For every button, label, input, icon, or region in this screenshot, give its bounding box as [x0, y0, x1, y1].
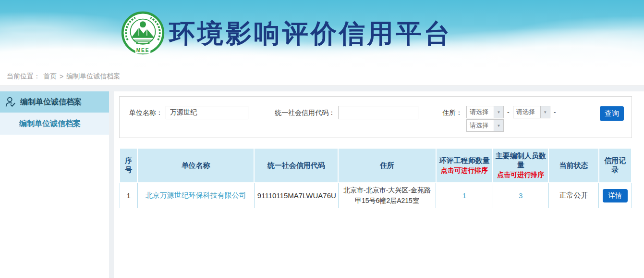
engineer-count-link[interactable]: 1: [462, 191, 466, 200]
breadcrumb: 当前位置： 首页 > 编制单位诚信档案: [0, 67, 644, 86]
unit-name-label: 单位名称：: [129, 106, 163, 119]
header-engineer-count[interactable]: 环评工程师数量 点击可进行排序: [436, 148, 493, 183]
company-link[interactable]: 北京万源世纪环保科技有限公司: [146, 191, 246, 199]
sidebar-subitem-label: 编制单位诚信档案: [19, 119, 81, 129]
credit-code-label: 统一社会信用代码：: [275, 106, 335, 119]
sort-hint: 点击可进行排序: [495, 171, 546, 179]
svg-text:MEE: MEE: [136, 48, 150, 53]
header-status: 当前状态: [548, 148, 598, 183]
search-panel: 单位名称： 统一社会信用代码： 住所： 请选择 ▼ - 请选择 ▼: [119, 96, 632, 138]
address-selects: 请选择 ▼ - 请选择 ▼ - 请选择 ▼: [466, 106, 559, 132]
unit-name-input[interactable]: [166, 106, 248, 119]
header-staff-count-label: 主要编制人员数量: [495, 152, 546, 170]
credit-code-input[interactable]: [338, 106, 418, 119]
query-button[interactable]: 查询: [600, 106, 624, 121]
address-label: 住所：: [442, 106, 462, 119]
table-header-row: 序号 单位名称 统一社会信用代码 住所 环评工程师数量 点击可进行排序 主要编制…: [120, 148, 632, 183]
sidebar: 编制单位诚信档案 编制单位诚信档案: [0, 91, 109, 278]
cell-status: 正常公开: [548, 183, 598, 208]
province-select-value: 请选择: [467, 106, 494, 118]
header-seq: 序号: [120, 148, 137, 183]
sidebar-item-label: 编制单位诚信档案: [20, 97, 82, 107]
sidebar-item-unit-credit-archive[interactable]: 编制单位诚信档案: [0, 91, 109, 113]
cell-seq: 1: [120, 183, 137, 208]
site-title: 环境影响评价信用平台: [169, 16, 452, 51]
district-select-value: 请选择: [467, 120, 494, 131]
breadcrumb-current: 编制单位诚信档案: [66, 72, 120, 81]
district-select[interactable]: 请选择 ▼: [466, 119, 504, 132]
site-header: MEE 环境影响评价信用平台: [0, 0, 644, 67]
sidebar-divider: [109, 91, 114, 278]
header-staff-count[interactable]: 主要编制人员数量 点击可进行排序: [493, 148, 548, 183]
sidebar-subitem-unit-credit-archive[interactable]: 编制单位诚信档案: [0, 113, 109, 135]
header-credit-code: 统一社会信用代码: [254, 148, 338, 183]
province-select[interactable]: 请选择 ▼: [466, 106, 504, 118]
select-separator: -: [507, 106, 510, 118]
staff-count-link[interactable]: 3: [519, 191, 522, 200]
cell-address: 北京市-北京市-大兴区-金苑路甲15号6幢2层A215室: [338, 183, 436, 208]
breadcrumb-separator: >: [60, 73, 63, 80]
cell-credit-code: 91110115MA7LWUA76U: [254, 183, 338, 208]
city-select-value: 请选择: [513, 106, 540, 118]
content-gap: [0, 86, 644, 91]
header-address: 住所: [338, 148, 436, 183]
chevron-down-icon[interactable]: ▼: [494, 106, 503, 118]
mee-logo-icon: MEE: [121, 11, 165, 55]
table-row: 1 北京万源世纪环保科技有限公司 91110115MA7LWUA76U 北京市-…: [120, 183, 632, 208]
header-credit-record: 信用记录: [599, 148, 632, 183]
detail-button[interactable]: 详情: [603, 189, 628, 202]
content: 编制单位诚信档案 编制单位诚信档案 单位名称： 统一社会信用代码： 住所： 请选…: [0, 91, 644, 278]
result-table: 序号 单位名称 统一社会信用代码 住所 环评工程师数量 点击可进行排序 主要编制…: [119, 148, 632, 208]
user-check-icon: [5, 96, 16, 108]
select-separator: -: [554, 106, 556, 118]
header-company: 单位名称: [137, 148, 254, 183]
chevron-down-icon[interactable]: ▼: [494, 120, 503, 131]
city-select[interactable]: 请选择 ▼: [513, 106, 550, 118]
breadcrumb-home-link[interactable]: 首页: [43, 72, 57, 81]
breadcrumb-prefix: 当前位置：: [7, 72, 40, 81]
main-panel: 单位名称： 统一社会信用代码： 住所： 请选择 ▼ - 请选择 ▼: [114, 91, 644, 278]
header-engineer-count-label: 环评工程师数量: [438, 156, 490, 165]
chevron-down-icon[interactable]: ▼: [540, 106, 550, 118]
sort-hint: 点击可进行排序: [438, 166, 490, 175]
page: MEE 环境影响评价信用平台 当前位置： 首页 > 编制单位诚信档案 编制单位诚…: [0, 0, 644, 278]
